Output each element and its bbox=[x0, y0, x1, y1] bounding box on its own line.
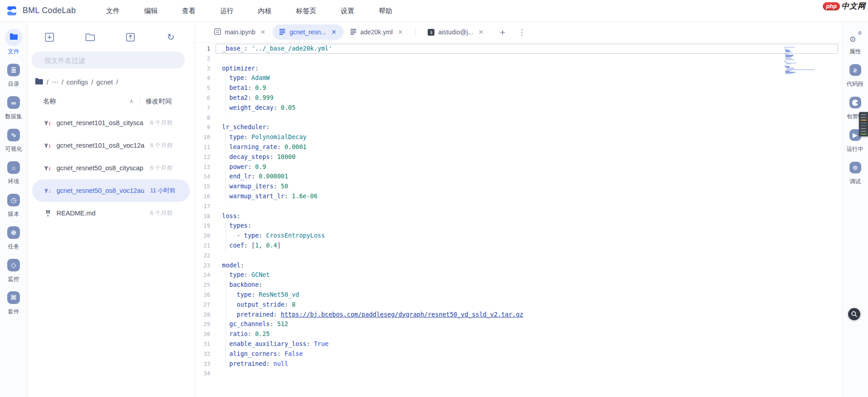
code-line[interactable] bbox=[216, 201, 838, 211]
menu-item-1[interactable]: 文件 bbox=[94, 0, 132, 22]
right-panel-item-label: 调试 bbox=[849, 178, 861, 186]
right-panel-item-代码段[interactable]: ≥代码段 bbox=[847, 61, 864, 88]
visualization-icon: ∿ bbox=[7, 129, 20, 141]
menu-item-7[interactable]: 设置 bbox=[329, 0, 367, 22]
menu-item-8[interactable]: 帮助 bbox=[367, 0, 405, 22]
top-menu-bar: BML CodeLab 文件编辑查看运行内核标签页设置帮助 php 中文网 bbox=[0, 0, 868, 22]
breadcrumb-segment[interactable]: gcnet bbox=[96, 78, 113, 86]
code-line[interactable]: pretrained: null bbox=[216, 359, 838, 369]
code-line[interactable]: align_corners: False bbox=[216, 349, 838, 359]
code-line[interactable]: type: ResNet50_vd bbox=[216, 290, 838, 300]
sidebar-item-环境[interactable]: ○环境 bbox=[5, 159, 22, 186]
breadcrumb-segment[interactable]: configs bbox=[66, 78, 88, 86]
sidebar-item-任务[interactable]: ⊕任务 bbox=[5, 224, 22, 251]
code-line[interactable]: _base_: '../_base_/ade20k.yml' bbox=[216, 44, 838, 54]
line-number: 14 bbox=[195, 172, 210, 182]
code-line[interactable]: types: bbox=[216, 221, 838, 231]
tab-close-icon[interactable]: ✕ bbox=[397, 28, 404, 36]
menu-item-4[interactable]: 运行 bbox=[208, 0, 246, 22]
sidebar-item-label: 可视化 bbox=[5, 145, 22, 153]
file-row[interactable]: Y:gcnet_resnet101_os8_citysca6 个月前 bbox=[32, 112, 190, 134]
upload-button[interactable] bbox=[125, 32, 136, 42]
code-line[interactable]: pretrained: https://bj.bcebos.com/paddle… bbox=[216, 310, 838, 320]
sidebar-item-label: 文件 bbox=[8, 48, 19, 56]
menu-item-3[interactable]: 查看 bbox=[170, 0, 208, 22]
file-browser-panel: ↻ /⋯/configs/gcnet/ 名称 ∧ 修改时间 Y:gcnet_re… bbox=[28, 22, 195, 397]
code-line[interactable]: coef: [1, 0.4] bbox=[216, 241, 838, 251]
editor-tab-ade20k-yml[interactable]: ade20k.yml✕ bbox=[344, 24, 410, 40]
tab-options-kebab-icon[interactable]: ⋮ bbox=[518, 28, 526, 37]
refresh-button[interactable]: ↻ bbox=[165, 32, 176, 42]
code-line-row: 19 types: bbox=[195, 221, 842, 231]
indent-guide bbox=[226, 152, 226, 162]
sidebar-item-可视化[interactable]: ∿可视化 bbox=[5, 126, 22, 153]
code-line[interactable]: weight_decay: 0.05 bbox=[216, 103, 838, 113]
sidebar-item-监控[interactable]: ◇监控 bbox=[5, 257, 22, 283]
collapsed-side-peek-panel[interactable] bbox=[859, 112, 868, 136]
code-line[interactable]: lr_scheduler: bbox=[216, 122, 838, 132]
file-row[interactable]: M▾README.md6 个月前 bbox=[32, 202, 190, 224]
code-line[interactable] bbox=[216, 113, 838, 123]
code-line[interactable]: learning_rate: 0.0001 bbox=[216, 142, 838, 152]
breadcrumb-separator: / bbox=[116, 78, 118, 86]
code-editor[interactable]: 1_base_: '../_base_/ade20k.yml'23optimiz… bbox=[195, 43, 842, 397]
code-line[interactable]: end_lr: 0.000001 bbox=[216, 172, 838, 182]
new-tab-button[interactable]: + bbox=[500, 28, 505, 37]
sort-caret-icon[interactable]: ∧ bbox=[129, 98, 133, 104]
peek-tick bbox=[861, 131, 866, 132]
sidebar-item-目录[interactable]: ≣目录 bbox=[5, 61, 22, 88]
sidebar-item-数据集[interactable]: ∞数据集 bbox=[5, 94, 22, 121]
editor-tab-aistudio-j-[interactable]: $aistudio@j...✕ bbox=[421, 24, 491, 40]
file-row[interactable]: Y:gcnet_resnet50_os8_voc12au11 小时前 bbox=[32, 179, 190, 202]
editor-tab-main-ipynb[interactable]: main.ipynb✕ bbox=[208, 24, 273, 40]
code-line[interactable]: ratio: 0.25 bbox=[216, 329, 838, 339]
code-line[interactable]: loss: bbox=[216, 211, 838, 221]
new-file-button[interactable] bbox=[44, 32, 55, 42]
code-line[interactable]: model: bbox=[216, 261, 838, 271]
right-panel-item-调试[interactable]: ⊙调试 bbox=[847, 159, 864, 186]
code-line[interactable]: gc_channels: 512 bbox=[216, 319, 838, 329]
suite-icon: ⌘ bbox=[7, 291, 20, 304]
code-line[interactable] bbox=[216, 251, 838, 261]
code-line[interactable]: power: 0.9 bbox=[216, 162, 838, 172]
code-line[interactable]: type: PolynomialDecay bbox=[216, 132, 838, 142]
code-line[interactable]: optimizer: bbox=[216, 64, 838, 74]
right-panel-item-属性[interactable]: ⚙⚙属性 bbox=[847, 29, 864, 56]
line-number: 7 bbox=[195, 103, 210, 113]
tab-close-icon[interactable]: ✕ bbox=[259, 28, 267, 36]
sidebar-item-版本[interactable]: ◷版本 bbox=[5, 191, 22, 218]
code-line[interactable]: beta1: 0.9 bbox=[216, 83, 838, 93]
minimap-line bbox=[785, 64, 791, 64]
column-header-name[interactable]: 名称 ∧ bbox=[43, 97, 140, 106]
tab-close-icon[interactable]: ✕ bbox=[330, 28, 337, 36]
code-line[interactable]: - type: CrossEntropyLoss bbox=[216, 231, 838, 241]
file-row[interactable]: Y:gcnet_resnet101_os8_voc12a6 个月前 bbox=[32, 134, 190, 157]
code-line[interactable]: output_stride: 8 bbox=[216, 300, 838, 310]
column-header-modified[interactable]: 修改时间 bbox=[146, 97, 189, 106]
new-folder-button[interactable] bbox=[85, 32, 95, 42]
code-line[interactable]: warmup_iters: 50 bbox=[216, 182, 838, 191]
peek-tick bbox=[861, 123, 866, 124]
sidebar-item-文件[interactable]: 文件 bbox=[5, 29, 22, 56]
menu-item-5[interactable]: 内核 bbox=[246, 0, 284, 22]
code-line[interactable]: warmup_start_lr: 1.6e-06 bbox=[216, 191, 838, 201]
code-line[interactable]: type: GCNet bbox=[216, 270, 838, 280]
code-line[interactable]: decay_steps: 10000 bbox=[216, 152, 838, 162]
editor-tab-gcnet-resn-[interactable]: gcnet_resn...✕ bbox=[273, 24, 344, 40]
menu-item-2[interactable]: 编辑 bbox=[132, 0, 170, 22]
code-line[interactable]: backbone: bbox=[216, 280, 838, 290]
sidebar-item-套件[interactable]: ⌘套件 bbox=[5, 289, 22, 316]
breadcrumb-segment[interactable]: ⋯ bbox=[52, 78, 58, 86]
floating-search-button[interactable] bbox=[848, 308, 860, 320]
line-number: 27 bbox=[195, 300, 210, 310]
code-line[interactable]: beta2: 0.999 bbox=[216, 93, 838, 103]
menu-item-6[interactable]: 标签页 bbox=[284, 0, 329, 22]
tab-close-icon[interactable]: ✕ bbox=[477, 28, 485, 36]
code-line[interactable]: enable_auxiliary_loss: True bbox=[216, 339, 838, 349]
code-line[interactable]: type: AdamW bbox=[216, 73, 838, 83]
code-line[interactable] bbox=[216, 54, 838, 64]
code-line[interactable] bbox=[216, 369, 838, 378]
file-row[interactable]: Y:gcnet_resnet50_os8_cityscap6 个月前 bbox=[32, 157, 190, 179]
file-filter-input[interactable] bbox=[32, 51, 185, 69]
minimap[interactable] bbox=[784, 47, 814, 75]
